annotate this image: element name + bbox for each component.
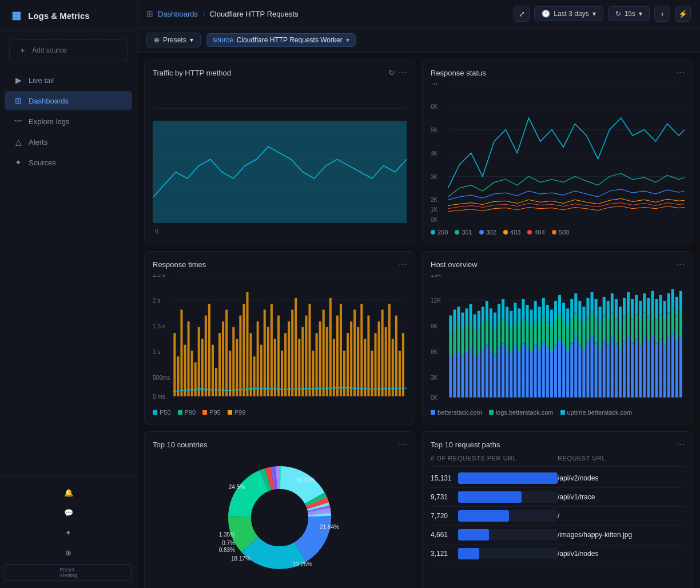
svg-rect-118	[457, 351, 460, 398]
breadcrumb-link[interactable]: Dashboards	[158, 10, 198, 18]
clock-icon: 🕐	[542, 10, 550, 18]
bar-2	[458, 491, 522, 503]
svg-rect-269	[659, 315, 662, 339]
svg-rect-158	[510, 328, 512, 353]
svg-rect-195	[558, 295, 561, 315]
bar-wrap-3	[458, 510, 558, 522]
svg-rect-218	[591, 311, 594, 336]
svg-rect-99	[402, 333, 404, 396]
svg-rect-240	[619, 307, 622, 324]
svg-text:24.5%: 24.5%	[229, 484, 245, 490]
fullscreen-button[interactable]: ⤢	[514, 6, 530, 22]
table-row: 7,720 /	[431, 507, 685, 526]
svg-rect-76	[323, 310, 325, 396]
svg-rect-170	[526, 323, 529, 348]
svg-rect-217	[591, 336, 594, 398]
panel-top-countries-title: Top 10 countries	[153, 440, 207, 449]
host-overview-legend: betterstack.com logs.betterstack.com upt…	[431, 409, 685, 416]
menu-icon[interactable]: ⋯	[399, 68, 407, 77]
svg-rect-149	[498, 323, 500, 348]
svg-text:6K: 6K	[431, 349, 438, 355]
svg-rect-246	[627, 292, 630, 311]
svg-text:21.84%: 21.84%	[320, 524, 339, 530]
sidebar-item-alerts[interactable]: △ Alerts	[5, 132, 132, 152]
svg-rect-219	[591, 292, 594, 311]
svg-rect-279	[671, 289, 674, 309]
url-3: /	[558, 512, 685, 520]
svg-rect-208	[578, 345, 581, 398]
source-filter[interactable]: source Cloudflare HTTP Requests Worker ▾	[206, 33, 356, 47]
url-1: /api/v2/nodes	[558, 474, 685, 482]
svg-rect-198	[562, 303, 565, 321]
svg-rect-37	[188, 321, 190, 396]
sidebar-item-explore-logs[interactable]: 〰 Explore logs	[5, 112, 132, 131]
svg-rect-81	[340, 304, 342, 396]
host-overview-chart: 15K 12K 9K 6K 3K 0K	[431, 275, 685, 403]
menu-icon-tc[interactable]: ⋯	[399, 440, 407, 449]
menu-icon-rs[interactable]: ⋯	[677, 68, 685, 77]
svg-rect-87	[360, 304, 363, 396]
integrations-button[interactable]: ⊕	[5, 544, 132, 562]
menu-icon-ho[interactable]: ⋯	[677, 260, 685, 269]
url-5: /api/v1/nodes	[558, 550, 685, 558]
svg-rect-183	[542, 298, 545, 317]
svg-rect-245	[627, 311, 630, 336]
svg-rect-181	[542, 342, 545, 398]
menu-icon-tp[interactable]: ⋯	[677, 440, 685, 449]
svg-rect-157	[510, 353, 512, 398]
lightning-button[interactable]: ⚡	[675, 6, 691, 22]
time-range-picker[interactable]: 🕐 Last 3 days ▾	[534, 6, 603, 21]
svg-rect-98	[399, 351, 401, 396]
main-content: ⊞ Dashboards › Cloudflare HTTP Requests …	[137, 0, 700, 588]
top-countries-chart: 16.92% 21.84% 12.25% 18.17% 1.35% 0.7% 0…	[153, 455, 407, 582]
svg-rect-112	[449, 356, 452, 398]
panel-traffic-title: Traffic by HTTP method	[153, 69, 231, 77]
app-title: ▦ Logs & Metrics	[0, 0, 137, 31]
svg-rect-251	[635, 315, 638, 339]
svg-rect-133	[478, 353, 480, 398]
breadcrumb-separator: ›	[202, 10, 205, 18]
response-times-legend: P50 P90 P95 P99	[153, 409, 407, 416]
svg-rect-152	[502, 319, 504, 344]
sidebar-item-live-tail[interactable]: ▶ Live tail	[5, 70, 132, 90]
notifications-button[interactable]: 🔔	[5, 484, 132, 502]
svg-rect-70	[301, 327, 304, 396]
chat-button[interactable]: 💬	[5, 504, 132, 522]
snowflake-button[interactable]: ✦	[5, 524, 132, 542]
svg-rect-53	[242, 304, 245, 396]
svg-rect-203	[570, 319, 573, 344]
svg-rect-209	[578, 320, 581, 345]
sidebar-item-sources[interactable]: ✦ Sources	[5, 153, 132, 172]
svg-rect-192	[554, 301, 557, 320]
svg-rect-82	[343, 351, 345, 396]
svg-text:1 s: 1 s	[153, 349, 160, 355]
svg-rect-77	[326, 327, 328, 396]
bar-1	[458, 472, 558, 484]
refresh-button[interactable]: ↻ 15s ▾	[608, 6, 650, 21]
panel-response-times-title: Response times	[153, 260, 206, 269]
svg-rect-225	[599, 307, 602, 324]
svg-rect-46	[218, 333, 221, 396]
sidebar-item-dashboards[interactable]: ⊞ Dashboards	[5, 91, 132, 110]
svg-rect-65	[284, 333, 287, 396]
svg-rect-93	[381, 310, 384, 396]
svg-rect-253	[639, 345, 642, 398]
menu-icon-rt[interactable]: ⋯	[399, 260, 407, 269]
presets-arrow-icon: ▾	[190, 36, 193, 44]
svg-text:5K: 5K	[431, 127, 438, 133]
refresh-panel-icon[interactable]: ↻	[388, 68, 395, 77]
sidebar-add-button[interactable]: ＋ Add source	[0, 31, 137, 65]
presets-button[interactable]: ⊕ Presets ▾	[146, 33, 201, 47]
chevron-down-icon: ▾	[592, 10, 596, 18]
legend-p95: P95	[202, 409, 221, 416]
legend-p99: P99	[228, 409, 246, 416]
table-header: # of Requests per URL Request URL	[431, 455, 685, 467]
svg-rect-227	[603, 316, 606, 340]
svg-rect-205	[574, 338, 577, 398]
svg-rect-199	[566, 351, 569, 398]
svg-rect-178	[538, 349, 541, 398]
add-panel-button[interactable]: +	[654, 6, 670, 22]
svg-rect-274	[667, 338, 670, 398]
filter-key: source	[213, 36, 233, 44]
svg-text:4K: 4K	[431, 150, 438, 157]
